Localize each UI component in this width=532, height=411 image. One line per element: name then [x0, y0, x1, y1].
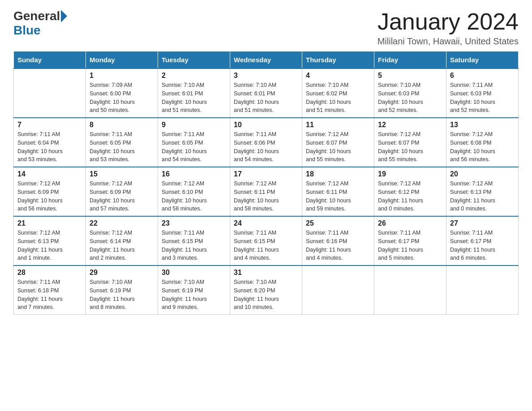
day-info: Sunrise: 7:11 AM Sunset: 6:04 PM Dayligh…	[17, 130, 82, 164]
day-info: Sunrise: 7:12 AM Sunset: 6:13 PM Dayligh…	[17, 229, 82, 262]
calendar-week-row: 7Sunrise: 7:11 AM Sunset: 6:04 PM Daylig…	[14, 118, 519, 167]
calendar-header-friday: Friday	[374, 51, 446, 69]
calendar-week-row: 14Sunrise: 7:12 AM Sunset: 6:09 PM Dayli…	[14, 167, 519, 216]
calendar-cell: 15Sunrise: 7:12 AM Sunset: 6:09 PM Dayli…	[86, 167, 158, 216]
calendar-cell: 17Sunrise: 7:12 AM Sunset: 6:11 PM Dayli…	[230, 167, 302, 216]
calendar-cell: 25Sunrise: 7:11 AM Sunset: 6:16 PM Dayli…	[302, 216, 374, 265]
day-info: Sunrise: 7:11 AM Sunset: 6:17 PM Dayligh…	[378, 229, 442, 262]
day-number: 7	[17, 121, 82, 129]
day-info: Sunrise: 7:11 AM Sunset: 6:17 PM Dayligh…	[450, 229, 515, 262]
logo-blue-text: Blue	[13, 23, 41, 38]
location-subtitle: Mililani Town, Hawaii, United States	[378, 36, 519, 47]
logo: General Blue	[13, 9, 68, 38]
calendar-header-saturday: Saturday	[446, 51, 519, 69]
day-info: Sunrise: 7:10 AM Sunset: 6:19 PM Dayligh…	[162, 278, 226, 312]
day-number: 29	[90, 269, 154, 277]
day-number: 17	[234, 170, 298, 178]
calendar-cell	[446, 265, 519, 315]
day-info: Sunrise: 7:12 AM Sunset: 6:11 PM Dayligh…	[306, 180, 370, 213]
calendar-cell: 22Sunrise: 7:12 AM Sunset: 6:14 PM Dayli…	[86, 216, 158, 265]
calendar-cell: 27Sunrise: 7:11 AM Sunset: 6:17 PM Dayli…	[446, 216, 519, 265]
logo-general-text: General	[13, 9, 60, 23]
day-number: 3	[234, 72, 298, 80]
day-info: Sunrise: 7:11 AM Sunset: 6:16 PM Dayligh…	[306, 229, 370, 262]
day-info: Sunrise: 7:12 AM Sunset: 6:13 PM Dayligh…	[450, 180, 515, 213]
logo-arrow-icon	[61, 10, 67, 22]
day-info: Sunrise: 7:10 AM Sunset: 6:01 PM Dayligh…	[234, 81, 298, 115]
day-info: Sunrise: 7:11 AM Sunset: 6:18 PM Dayligh…	[17, 278, 82, 312]
day-number: 10	[234, 121, 298, 129]
calendar-cell: 9Sunrise: 7:11 AM Sunset: 6:05 PM Daylig…	[158, 118, 230, 167]
day-info: Sunrise: 7:12 AM Sunset: 6:12 PM Dayligh…	[378, 180, 442, 213]
calendar-cell: 4Sunrise: 7:10 AM Sunset: 6:02 PM Daylig…	[302, 68, 374, 118]
calendar-cell: 6Sunrise: 7:11 AM Sunset: 6:03 PM Daylig…	[446, 68, 519, 118]
calendar-week-row: 21Sunrise: 7:12 AM Sunset: 6:13 PM Dayli…	[14, 216, 519, 265]
day-info: Sunrise: 7:10 AM Sunset: 6:01 PM Dayligh…	[162, 81, 226, 115]
calendar-header-wednesday: Wednesday	[230, 51, 302, 69]
day-info: Sunrise: 7:10 AM Sunset: 6:02 PM Dayligh…	[306, 81, 370, 115]
day-number: 19	[378, 170, 442, 178]
calendar-cell	[14, 68, 86, 118]
day-info: Sunrise: 7:12 AM Sunset: 6:07 PM Dayligh…	[378, 130, 442, 164]
calendar-table: SundayMondayTuesdayWednesdayThursdayFrid…	[13, 51, 519, 315]
calendar-cell: 14Sunrise: 7:12 AM Sunset: 6:09 PM Dayli…	[14, 167, 86, 216]
calendar-header-tuesday: Tuesday	[158, 51, 230, 69]
day-info: Sunrise: 7:12 AM Sunset: 6:14 PM Dayligh…	[90, 229, 154, 262]
day-info: Sunrise: 7:12 AM Sunset: 6:08 PM Dayligh…	[450, 130, 515, 164]
calendar-cell	[302, 265, 374, 315]
day-info: Sunrise: 7:12 AM Sunset: 6:11 PM Dayligh…	[234, 180, 298, 213]
calendar-cell: 19Sunrise: 7:12 AM Sunset: 6:12 PM Dayli…	[374, 167, 446, 216]
day-info: Sunrise: 7:10 AM Sunset: 6:03 PM Dayligh…	[378, 81, 442, 115]
day-number: 25	[306, 219, 370, 227]
page-header: General Blue January 2024 Mililani Town,…	[13, 9, 519, 47]
day-number: 8	[90, 121, 154, 129]
calendar-cell: 26Sunrise: 7:11 AM Sunset: 6:17 PM Dayli…	[374, 216, 446, 265]
calendar-cell: 8Sunrise: 7:11 AM Sunset: 6:05 PM Daylig…	[86, 118, 158, 167]
day-info: Sunrise: 7:11 AM Sunset: 6:15 PM Dayligh…	[234, 229, 298, 262]
day-number: 1	[90, 72, 154, 80]
calendar-cell: 18Sunrise: 7:12 AM Sunset: 6:11 PM Dayli…	[302, 167, 374, 216]
calendar-cell: 1Sunrise: 7:09 AM Sunset: 6:00 PM Daylig…	[86, 68, 158, 118]
calendar-cell: 28Sunrise: 7:11 AM Sunset: 6:18 PM Dayli…	[14, 265, 86, 315]
day-number: 13	[450, 121, 515, 129]
calendar-cell: 7Sunrise: 7:11 AM Sunset: 6:04 PM Daylig…	[14, 118, 86, 167]
calendar-cell: 21Sunrise: 7:12 AM Sunset: 6:13 PM Dayli…	[14, 216, 86, 265]
calendar-header-row: SundayMondayTuesdayWednesdayThursdayFrid…	[14, 51, 519, 69]
day-number: 6	[450, 72, 515, 80]
calendar-cell: 16Sunrise: 7:12 AM Sunset: 6:10 PM Dayli…	[158, 167, 230, 216]
calendar-cell: 3Sunrise: 7:10 AM Sunset: 6:01 PM Daylig…	[230, 68, 302, 118]
day-number: 4	[306, 72, 370, 80]
day-info: Sunrise: 7:12 AM Sunset: 6:09 PM Dayligh…	[90, 180, 154, 213]
day-number: 14	[17, 170, 82, 178]
day-number: 18	[306, 170, 370, 178]
day-number: 24	[234, 219, 298, 227]
calendar-cell: 23Sunrise: 7:11 AM Sunset: 6:15 PM Dayli…	[158, 216, 230, 265]
calendar-cell: 29Sunrise: 7:10 AM Sunset: 6:19 PM Dayli…	[86, 265, 158, 315]
month-title: January 2024	[378, 9, 519, 34]
calendar-cell: 31Sunrise: 7:10 AM Sunset: 6:20 PM Dayli…	[230, 265, 302, 315]
day-info: Sunrise: 7:10 AM Sunset: 6:20 PM Dayligh…	[234, 278, 298, 312]
day-info: Sunrise: 7:12 AM Sunset: 6:09 PM Dayligh…	[17, 180, 82, 213]
calendar-cell: 12Sunrise: 7:12 AM Sunset: 6:07 PM Dayli…	[374, 118, 446, 167]
day-number: 9	[162, 121, 226, 129]
day-number: 20	[450, 170, 515, 178]
calendar-header-thursday: Thursday	[302, 51, 374, 69]
title-section: January 2024 Mililani Town, Hawaii, Unit…	[378, 9, 519, 47]
day-info: Sunrise: 7:12 AM Sunset: 6:07 PM Dayligh…	[306, 130, 370, 164]
calendar-cell: 5Sunrise: 7:10 AM Sunset: 6:03 PM Daylig…	[374, 68, 446, 118]
calendar-week-row: 1Sunrise: 7:09 AM Sunset: 6:00 PM Daylig…	[14, 68, 519, 118]
day-number: 22	[90, 219, 154, 227]
day-number: 27	[450, 219, 515, 227]
calendar-cell: 2Sunrise: 7:10 AM Sunset: 6:01 PM Daylig…	[158, 68, 230, 118]
day-info: Sunrise: 7:09 AM Sunset: 6:00 PM Dayligh…	[90, 81, 154, 115]
day-number: 21	[17, 219, 82, 227]
day-number: 16	[162, 170, 226, 178]
day-info: Sunrise: 7:11 AM Sunset: 6:03 PM Dayligh…	[450, 81, 515, 115]
day-info: Sunrise: 7:10 AM Sunset: 6:19 PM Dayligh…	[90, 278, 154, 312]
day-number: 26	[378, 219, 442, 227]
day-number: 11	[306, 121, 370, 129]
day-info: Sunrise: 7:11 AM Sunset: 6:05 PM Dayligh…	[162, 130, 226, 164]
day-number: 31	[234, 269, 298, 277]
calendar-cell	[374, 265, 446, 315]
day-info: Sunrise: 7:11 AM Sunset: 6:05 PM Dayligh…	[90, 130, 154, 164]
